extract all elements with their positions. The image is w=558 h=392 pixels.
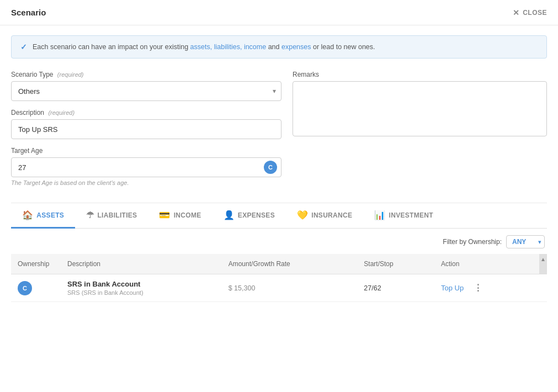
- target-age-label: Target Age: [11, 147, 281, 155]
- info-banner: ✓ Each scenario can have an impact on yo…: [11, 35, 547, 59]
- liabilities-icon: ☂: [86, 210, 94, 220]
- tab-assets[interactable]: 🏠 ASSETS: [11, 203, 75, 229]
- check-icon: ✓: [20, 43, 27, 51]
- desc-secondary: SRS (SRS in Bank Account): [67, 289, 215, 296]
- tabs-section: 🏠 ASSETS ☂ LIABILITIES 💳 INCOME 👤 EXPENS…: [11, 203, 547, 302]
- target-age-c-button[interactable]: C: [264, 161, 277, 174]
- scenario-type-label: Scenario Type (required): [11, 71, 281, 78]
- ownership-filter-select[interactable]: ANY C Joint: [506, 235, 545, 248]
- table-row: C SRS in Bank Account SRS (SRS in Bank A…: [11, 274, 547, 302]
- target-age-wrapper: C: [11, 157, 281, 177]
- close-label: CLOSE: [523, 9, 547, 17]
- desc-primary: SRS in Bank Account: [67, 280, 215, 288]
- table-section: Filter by Ownership: ANY C Joint ▾ Owner…: [11, 229, 547, 302]
- more-options-button[interactable]: ⋮: [470, 283, 486, 293]
- cell-amount: $ 15,300: [222, 274, 358, 302]
- target-age-hint: The Target Age is based on the client's …: [11, 179, 281, 186]
- form-right-col: Remarks: [293, 71, 547, 194]
- filter-label: Filter by Ownership:: [443, 238, 502, 246]
- cell-start-stop: 27/62: [357, 274, 434, 302]
- scenario-type-select-wrapper: Others ▾: [11, 81, 281, 101]
- table-scroll-area: Ownership Description Amount/Growth Rate…: [11, 254, 547, 302]
- col-description: Description: [61, 254, 222, 274]
- expenses-icon: 👤: [224, 210, 235, 220]
- tab-liabilities-label: LIABILITIES: [97, 211, 137, 219]
- description-group: Description (required): [11, 109, 281, 139]
- table-header: Ownership Description Amount/Growth Rate…: [11, 254, 547, 274]
- modal-body: ✓ Each scenario can have an impact on yo…: [0, 25, 558, 312]
- table-body: C SRS in Bank Account SRS (SRS in Bank A…: [11, 274, 547, 302]
- income-icon: 💳: [159, 210, 170, 220]
- form-left-col: Scenario Type (required) Others ▾ Descri…: [11, 71, 281, 194]
- assets-table: Ownership Description Amount/Growth Rate…: [11, 254, 547, 302]
- action-cell: Top Up ⋮: [441, 283, 533, 293]
- tab-expenses[interactable]: 👤 EXPENSES: [212, 203, 286, 229]
- remarks-textarea[interactable]: [293, 81, 547, 136]
- modal-title: Scenario: [11, 8, 46, 17]
- tab-investment-label: INVESTMENT: [389, 211, 433, 219]
- insurance-icon: 💛: [297, 210, 308, 220]
- info-text: Each scenario can have an impact on your…: [33, 43, 375, 51]
- col-scroll: ▲: [539, 254, 547, 274]
- tab-investment[interactable]: 📊 INVESTMENT: [363, 203, 444, 229]
- tab-income-label: INCOME: [174, 211, 201, 219]
- cell-scroll-spacer: [539, 274, 547, 302]
- tab-income[interactable]: 💳 INCOME: [148, 203, 212, 229]
- description-label: Description (required): [11, 109, 281, 116]
- tab-insurance[interactable]: 💛 INSURANCE: [286, 203, 363, 229]
- form-area: Scenario Type (required) Others ▾ Descri…: [11, 71, 547, 194]
- investment-icon: 📊: [374, 210, 385, 220]
- top-up-link[interactable]: Top Up: [441, 284, 464, 292]
- assets-icon: 🏠: [22, 210, 33, 220]
- avatar: C: [18, 281, 32, 295]
- col-start-stop: Start/Stop: [357, 254, 434, 274]
- tab-expenses-label: EXPENSES: [238, 211, 275, 219]
- target-age-group: Target Age C The Target Age is based on …: [11, 147, 281, 186]
- col-ownership: Ownership: [11, 254, 61, 274]
- filter-select-wrapper: ANY C Joint ▾: [506, 235, 545, 248]
- amount-value: $ 15,300: [228, 284, 256, 292]
- tabs-nav: 🏠 ASSETS ☂ LIABILITIES 💳 INCOME 👤 EXPENS…: [11, 203, 547, 229]
- tab-liabilities[interactable]: ☂ LIABILITIES: [75, 203, 148, 229]
- remarks-label: Remarks: [293, 71, 547, 78]
- scenario-type-select[interactable]: Others: [11, 81, 281, 101]
- description-input[interactable]: [11, 119, 281, 139]
- tab-insurance-label: INSURANCE: [311, 211, 352, 219]
- cell-action: Top Up ⋮: [434, 274, 539, 302]
- scenario-type-group: Scenario Type (required) Others ▾: [11, 71, 281, 101]
- cell-ownership: C: [11, 274, 61, 302]
- target-age-input[interactable]: [11, 157, 281, 177]
- remarks-group: Remarks: [293, 71, 547, 138]
- col-action: Action: [434, 254, 539, 274]
- modal-header: Scenario ✕ CLOSE: [0, 0, 558, 25]
- close-x-icon: ✕: [513, 8, 520, 17]
- col-amount: Amount/Growth Rate: [222, 254, 358, 274]
- tab-assets-label: ASSETS: [36, 211, 64, 219]
- cell-description: SRS in Bank Account SRS (SRS in Bank Acc…: [61, 274, 222, 302]
- filter-row: Filter by Ownership: ANY C Joint ▾: [11, 235, 547, 248]
- close-button[interactable]: ✕ CLOSE: [513, 8, 547, 17]
